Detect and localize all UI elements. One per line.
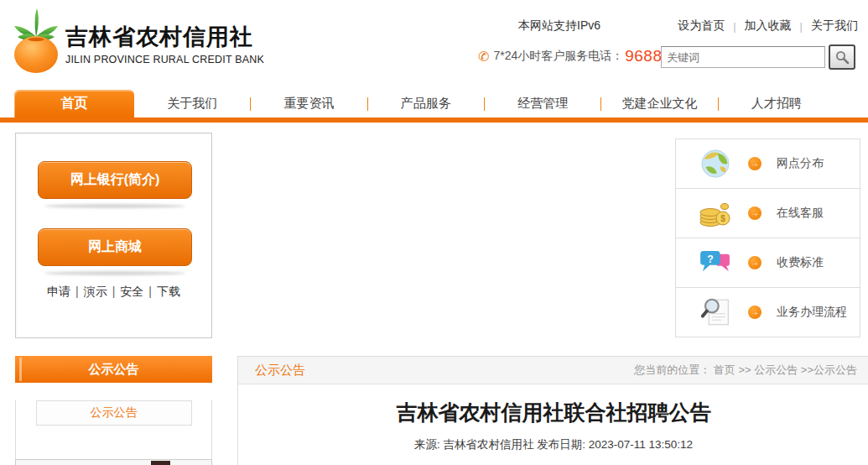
site-logo[interactable]: 吉林省农村信用社 JILIN PROVINCE RURAL CREDIT BAN… (13, 7, 264, 74)
doc-search-icon (698, 296, 733, 328)
svg-text:?: ? (707, 253, 713, 265)
top-utility-links: 设为首页 | 加入收藏 | 关于我们 (678, 18, 858, 34)
nav-underline-bar (0, 118, 868, 123)
download-link[interactable]: 下载 (157, 285, 180, 298)
search-input[interactable] (661, 46, 825, 68)
link-separator: | (75, 285, 79, 298)
set-homepage-link[interactable]: 设为首页 (678, 18, 725, 34)
main-content: 公示公告 您当前的位置： 首页 >> 公示公告 >>公示公告 吉林省农村信用社联… (237, 356, 868, 465)
breadcrumb[interactable]: 您当前的位置： 首页 >> 公示公告 >>公示公告 (634, 363, 857, 378)
ebank-quick-links: 申请|演示|安全|下载 (16, 285, 211, 300)
apply-link[interactable]: 申请 (47, 285, 70, 298)
quick-link-label: 在线客服 (777, 206, 824, 221)
search-button[interactable] (829, 44, 855, 70)
button-shadow (44, 271, 185, 275)
quick-link-branches[interactable]: → 网点分布 (675, 138, 860, 189)
svg-text:$: $ (720, 214, 725, 223)
link-separator: | (733, 20, 735, 33)
coins-icon: $ (698, 196, 733, 230)
link-separator: | (112, 285, 116, 298)
ebank-panel: 网上银行(简介) 网上商城 申请|演示|安全|下载 (15, 133, 212, 338)
arrow-circle-icon: → (748, 206, 761, 220)
quick-links-panel: → 网点分布 $ → 在线客服 ? (675, 138, 860, 337)
link-separator: | (148, 285, 152, 298)
quick-link-fee-standards[interactable]: ? → 收费标准 (675, 238, 860, 288)
notice-menu-item[interactable]: 公示公告 (36, 400, 192, 426)
online-banking-button[interactable]: 网上银行(简介) (38, 161, 192, 199)
link-separator: | (800, 20, 803, 33)
partial-panel (15, 459, 212, 465)
ipv6-note: 本网站支持IPv6 (518, 18, 600, 34)
service-hotline: ✆ 7*24小时客户服务电话： 96888 (478, 47, 672, 65)
partial-thumbnail (151, 461, 170, 465)
arrow-circle-icon: → (748, 306, 761, 319)
article-meta: 来源: 吉林省农村信用社 发布日期: 2023-07-11 13:50:12 (238, 437, 868, 452)
security-link[interactable]: 安全 (120, 285, 143, 298)
hotline-label: 7*24小时客户服务电话： (493, 49, 623, 64)
site-search (661, 44, 855, 70)
quick-link-label: 业务办理流程 (777, 305, 847, 320)
quick-link-label: 收费标准 (777, 255, 824, 270)
content-header: 公示公告 您当前的位置： 首页 >> 公示公告 >>公示公告 (238, 357, 868, 384)
article-title: 吉林省农村信用社联合社招聘公告 (238, 399, 868, 426)
nav-item-about[interactable]: 关于我们 (134, 96, 250, 112)
nav-item-party-culture[interactable]: 党建企业文化 (601, 96, 717, 112)
notice-panel-body: 公示公告 (15, 400, 212, 465)
quick-link-online-service[interactable]: $ → 在线客服 (675, 188, 860, 238)
notice-panel-title: 公示公告 (15, 356, 212, 383)
notice-panel: 公示公告 公示公告 (15, 356, 212, 465)
globe-icon (698, 148, 733, 180)
search-icon (835, 50, 850, 65)
nav-item-recruitment[interactable]: 人才招聘 (719, 96, 834, 112)
about-us-link[interactable]: 关于我们 (811, 18, 858, 34)
add-favorite-link[interactable]: 加入收藏 (745, 18, 792, 34)
chat-bubbles-icon: ? (698, 249, 733, 276)
arrow-circle-icon: → (748, 256, 761, 269)
site-title: 吉林省农村信用社 (65, 24, 264, 50)
nav-item-news[interactable]: 重要资讯 (251, 96, 366, 112)
quick-link-business-process[interactable]: → 业务办理流程 (675, 287, 860, 337)
main-navigation: 首页 关于我们 重要资讯 产品服务 经营管理 党建企业文化 人才招聘 (0, 84, 868, 123)
site-subtitle: JILIN PROVINCE RURAL CREDIT BANK (65, 54, 264, 65)
arrow-circle-icon: → (748, 157, 761, 170)
nav-item-management[interactable]: 经营管理 (485, 96, 600, 112)
nav-item-home[interactable]: 首页 (14, 90, 134, 118)
section-title: 公示公告 (255, 363, 305, 379)
phone-icon: ✆ (478, 49, 489, 65)
button-shadow (44, 204, 185, 208)
orange-fruit-logo-icon (13, 7, 59, 74)
nav-item-products[interactable]: 产品服务 (368, 96, 484, 112)
online-mall-button[interactable]: 网上商城 (38, 228, 192, 266)
quick-link-label: 网点分布 (777, 156, 824, 171)
demo-link[interactable]: 演示 (84, 285, 107, 298)
